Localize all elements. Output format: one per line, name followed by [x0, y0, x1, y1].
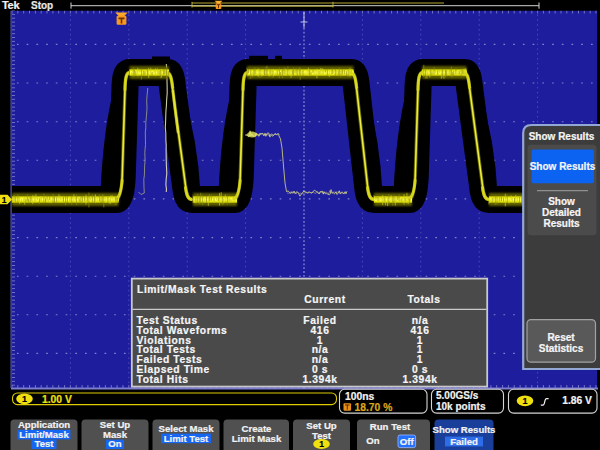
svg-text:Detailed: Detailed: [542, 207, 581, 218]
svg-text:Run Test: Run Test: [370, 421, 411, 432]
svg-text:Statistics: Statistics: [539, 343, 584, 354]
svg-text:Show Results: Show Results: [530, 161, 596, 172]
svg-text:Stop: Stop: [31, 0, 53, 11]
svg-text:Total Hits: Total Hits: [137, 374, 189, 385]
svg-text:Limit/Mask Test Results: Limit/Mask Test Results: [137, 284, 267, 295]
svg-text:1.86 V: 1.86 V: [562, 395, 592, 406]
svg-text:1: 1: [2, 195, 7, 205]
svg-text:Show Results: Show Results: [433, 424, 496, 435]
svg-text:Limit Test: Limit Test: [164, 433, 209, 444]
svg-text:Current: Current: [304, 294, 345, 305]
svg-text:1.394k: 1.394k: [302, 374, 337, 385]
svg-text:1.00 V: 1.00 V: [42, 394, 72, 405]
svg-text:18.70 %: 18.70 %: [355, 402, 393, 413]
svg-text:10k points: 10k points: [436, 401, 486, 412]
svg-text:1.394k: 1.394k: [402, 374, 437, 385]
svg-text:Tek: Tek: [2, 0, 20, 11]
svg-text:1: 1: [22, 394, 27, 404]
svg-text:Limit Mask: Limit Mask: [232, 433, 282, 444]
svg-text:Show Results: Show Results: [529, 131, 595, 142]
svg-text:1: 1: [319, 439, 324, 449]
svg-text:Show: Show: [548, 196, 575, 207]
svg-text:Reset: Reset: [547, 332, 575, 343]
svg-text:Totals: Totals: [407, 294, 440, 305]
svg-text:On: On: [108, 438, 121, 449]
svg-text:Test: Test: [34, 438, 54, 449]
svg-text:1: 1: [522, 396, 527, 406]
svg-text:100ns: 100ns: [345, 391, 374, 402]
svg-text:5.00GS/s: 5.00GS/s: [436, 390, 479, 401]
svg-text:Failed: Failed: [450, 436, 478, 447]
svg-text:Off: Off: [400, 436, 415, 447]
svg-text:On: On: [366, 435, 379, 446]
svg-text:Results: Results: [543, 218, 580, 229]
